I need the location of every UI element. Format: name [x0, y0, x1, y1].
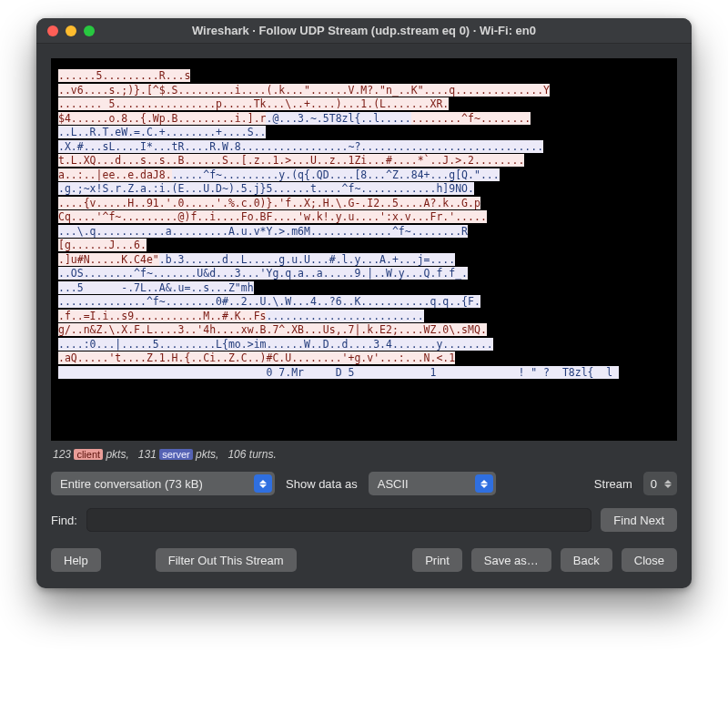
status-pkts-sep2: pkts, — [196, 448, 218, 461]
window-title: Wireshark · Follow UDP Stream (udp.strea… — [36, 24, 692, 37]
client-pkts-count: 123 — [53, 448, 71, 461]
stream-content: ......5.........R...s ..v6....s.;)}.[^$.… — [58, 69, 670, 380]
zoom-window-icon[interactable] — [84, 25, 95, 36]
show-data-as-value: ASCII — [378, 477, 429, 491]
dropdown-caret-icon — [475, 474, 493, 493]
window-controls — [36, 25, 95, 36]
stream-value: 0 — [651, 477, 657, 491]
client-pill: client — [74, 449, 103, 460]
back-button[interactable]: Back — [561, 548, 612, 572]
server-pill: server — [159, 449, 193, 460]
status-pkts-sep: pkts, — [106, 448, 128, 461]
show-data-as-label: Show data as — [286, 477, 358, 491]
turns-count: 106 — [228, 448, 246, 461]
stepper-buttons-icon — [661, 480, 675, 488]
status-turns-suffix: turns. — [249, 448, 277, 461]
close-window-icon[interactable] — [47, 25, 58, 36]
dialog-window: Wireshark · Follow UDP Stream (udp.strea… — [36, 18, 692, 588]
find-next-button[interactable]: Find Next — [601, 508, 677, 532]
minimize-window-icon[interactable] — [66, 25, 76, 36]
find-input[interactable] — [86, 508, 592, 532]
close-button[interactable]: Close — [622, 548, 677, 572]
stream-stepper[interactable]: 0 — [643, 472, 677, 495]
show-data-as-select[interactable]: ASCII — [369, 472, 496, 495]
stream-label: Stream — [594, 477, 632, 491]
print-button[interactable]: Print — [412, 548, 462, 572]
status-line: 123 client pkts, 131 server pkts, 106 tu… — [51, 441, 677, 472]
dropdown-caret-icon — [254, 474, 272, 493]
save-as-button[interactable]: Save as… — [471, 548, 551, 572]
find-label: Find: — [51, 514, 77, 527]
title-bar: Wireshark · Follow UDP Stream (udp.strea… — [36, 18, 692, 44]
stream-viewer[interactable]: ......5.........R...s ..v6....s.;)}.[^$.… — [51, 58, 677, 441]
conversation-select-value: Entire conversation (73 kB) — [60, 477, 223, 491]
server-pkts-count: 131 — [138, 448, 157, 461]
conversation-select[interactable]: Entire conversation (73 kB) — [51, 472, 275, 495]
help-button[interactable]: Help — [51, 548, 101, 572]
filter-out-button[interactable]: Filter Out This Stream — [156, 548, 297, 572]
